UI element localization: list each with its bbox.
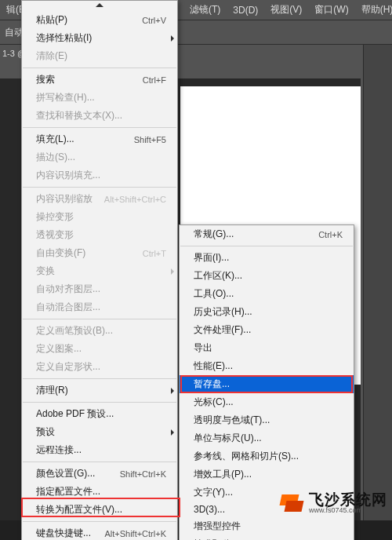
menu-item-free-transform: 自由变换(F) Ctrl+T xyxy=(22,244,177,262)
pref-item-workspace[interactable]: 工作区(K)... xyxy=(180,267,354,285)
pref-item-general[interactable]: 常规(G)... Ctrl+K xyxy=(180,225,354,243)
menu-separator xyxy=(23,521,176,522)
menu-item-perspective-warp: 透视变形 xyxy=(22,226,177,244)
menu-item-remote-connections[interactable]: 远程连接... xyxy=(22,441,177,459)
menu-separator xyxy=(23,378,176,379)
menu-separator xyxy=(23,187,176,188)
pref-item-export[interactable]: 导出 xyxy=(180,339,354,357)
watermark: 飞沙系统网 www.fs0745.com xyxy=(278,490,387,516)
submenu-arrow-icon xyxy=(171,268,174,275)
menu-separator xyxy=(23,319,176,319)
menu-item-transform: 变换 xyxy=(22,262,177,280)
watermark-title: 飞沙系统网 xyxy=(309,492,387,507)
submenu-arrow-icon xyxy=(171,429,174,436)
menu-item-define-pattern: 定义图案... xyxy=(22,340,177,358)
menu-scroll-up-icon[interactable] xyxy=(22,1,177,11)
menu-separator xyxy=(23,127,176,128)
right-panel-strip[interactable] xyxy=(363,43,392,540)
menu-item-define-brush: 定义画笔预设(B)... xyxy=(22,322,177,340)
menu-item-find-replace: 查找和替换文本(X)... xyxy=(22,107,177,125)
pref-item-scratch-disks[interactable]: 暂存盘... xyxy=(180,375,354,393)
menu-item-paste[interactable]: 粘贴(P) Ctrl+V xyxy=(22,11,177,29)
pref-item-units-rulers[interactable]: 单位与标尺(U)... xyxy=(180,429,354,447)
menu-window[interactable]: 窗口(W) xyxy=(308,0,354,20)
menu-item-spellcheck: 拼写检查(H)... xyxy=(22,89,177,107)
menu-item-define-shape: 定义自定形状... xyxy=(22,358,177,376)
submenu-arrow-icon xyxy=(171,35,174,42)
pref-item-tools[interactable]: 工具(O)... xyxy=(180,285,354,303)
menu-item-convert-profile[interactable]: 转换为配置文件(V)... xyxy=(22,501,177,519)
menu-item-search[interactable]: 搜索 Ctrl+F xyxy=(22,71,177,89)
menu-item-auto-blend: 自动混合图层... xyxy=(22,298,177,316)
menu-item-auto-align: 自动对齐图层... xyxy=(22,280,177,298)
menu-item-content-aware-scale: 内容识别缩放 Alt+Shift+Ctrl+C xyxy=(22,190,177,208)
menu-item-assign-profile[interactable]: 指定配置文件... xyxy=(22,483,177,501)
pref-item-tech-previews[interactable]: 技术预览(J)... xyxy=(180,535,354,540)
menu-filter[interactable]: 滤镜(T) xyxy=(183,0,227,20)
watermark-url: www.fs0745.com xyxy=(309,507,387,514)
menu-help[interactable]: 帮助(H) xyxy=(355,0,392,20)
pref-item-enhanced-controls[interactable]: 增强型控件 xyxy=(180,517,354,535)
menu-item-content-aware-fill: 内容识别填充... xyxy=(22,166,177,184)
menu-item-purge[interactable]: 清理(R) xyxy=(22,381,177,400)
menu-item-color-settings[interactable]: 颜色设置(G)... Shift+Ctrl+K xyxy=(22,465,177,483)
menu-separator xyxy=(23,402,176,403)
pref-item-interface[interactable]: 界面(I)... xyxy=(180,249,354,267)
menu-separator xyxy=(180,246,353,246)
menu-item-presets[interactable]: 预设 xyxy=(22,423,177,441)
pref-item-performance[interactable]: 性能(E)... xyxy=(180,357,354,375)
pref-item-file-handling[interactable]: 文件处理(F)... xyxy=(180,321,354,339)
pref-item-transparency-gamut[interactable]: 透明度与色域(T)... xyxy=(180,411,354,429)
menu-separator xyxy=(23,462,176,462)
pref-item-guides-grid-slices[interactable]: 参考线、网格和切片(S)... xyxy=(180,447,354,465)
pref-item-cursors[interactable]: 光标(C)... xyxy=(180,393,354,411)
pref-item-history-log[interactable]: 历史记录(H)... xyxy=(180,303,354,321)
menu-item-puppet-warp: 操控变形 xyxy=(22,208,177,226)
menu-item-clear: 清除(E) xyxy=(22,47,177,65)
pref-item-plugins[interactable]: 增效工具(P)... xyxy=(180,465,354,483)
menu-separator xyxy=(23,68,176,68)
menu-3d[interactable]: 3D(D) xyxy=(227,2,264,19)
watermark-logo-icon xyxy=(278,490,304,516)
menu-item-fill[interactable]: 填充(L)... Shift+F5 xyxy=(22,130,177,148)
menu-item-pdf-presets[interactable]: Adobe PDF 预设... xyxy=(22,405,177,423)
menu-item-paste-special[interactable]: 选择性粘贴(I) xyxy=(22,29,177,47)
menu-view[interactable]: 视图(V) xyxy=(264,0,308,20)
menu-item-keyboard-shortcuts[interactable]: 键盘快捷键... Alt+Shift+Ctrl+K xyxy=(22,524,177,540)
submenu-arrow-icon xyxy=(171,388,174,394)
menu-item-stroke: 描边(S)... xyxy=(22,148,177,166)
edit-menu-dropdown: 粘贴(P) Ctrl+V 选择性粘贴(I) 清除(E) 搜索 Ctrl+F 拼写… xyxy=(21,0,178,540)
